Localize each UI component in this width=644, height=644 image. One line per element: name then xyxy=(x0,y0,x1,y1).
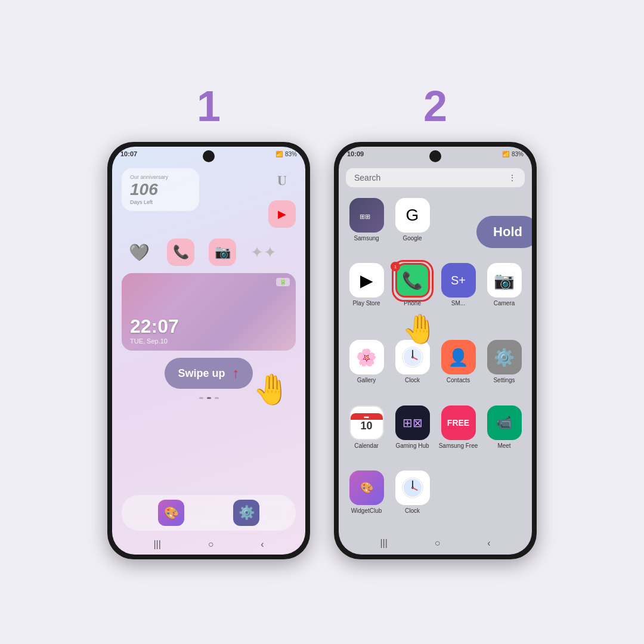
app-clock[interactable]: Clock xyxy=(389,340,435,399)
gaminghub-label: Gaming Hub xyxy=(395,442,429,449)
dock-settings[interactable]: ⚙️ xyxy=(233,500,259,526)
dock-widgetclub[interactable]: 🎨 xyxy=(158,500,184,526)
meet-label: Meet xyxy=(497,442,510,449)
app-playstore[interactable]: ▶ Play Store xyxy=(343,263,389,322)
wifi-icon: 📶 xyxy=(275,151,283,157)
camera-icon: 📷 xyxy=(487,263,522,298)
contacts-icon: 👤 xyxy=(441,340,476,374)
nav-home-2[interactable]: ○ xyxy=(435,538,441,549)
samsungfree-label: Samsung Free xyxy=(439,442,478,449)
nav-back-2[interactable]: ||| xyxy=(380,538,387,549)
home-row-2: 🩶 📞 📷 ✦✦ xyxy=(122,239,296,266)
calendar-icon: ▬ 10 xyxy=(349,405,384,440)
phone-label: Phone xyxy=(404,300,421,306)
settings-label: Settings xyxy=(493,377,515,383)
app-calendar[interactable]: ▬ 10 Calendar xyxy=(343,405,389,465)
clock-time: 22:07 xyxy=(130,315,179,338)
playstore-label: Play Store xyxy=(352,300,380,306)
stars-icon: ✦✦ xyxy=(250,243,277,266)
clock-widget: 22:07 TUE, Sep.10 🔋 xyxy=(122,273,296,351)
arrow-up-icon: ↑ xyxy=(233,365,240,382)
app-gallery[interactable]: 🌸 Gallery xyxy=(343,340,389,399)
playstore-icon: ▶ xyxy=(349,263,384,298)
phone-2: 10:09 📶 83% Search ⋮ xyxy=(334,142,537,559)
gallery-label: Gallery xyxy=(357,377,376,383)
icon-u: 𝐔 xyxy=(268,167,296,194)
app-settings[interactable]: ⚙️ Settings xyxy=(481,340,527,399)
anniversary-label: Our anniversary xyxy=(130,174,191,180)
hand-hold-icon: 🤚 xyxy=(402,312,438,346)
search-bar[interactable]: Search ⋮ xyxy=(346,168,525,187)
app-sm[interactable]: S+ SM... xyxy=(435,263,481,322)
app-widgetclub[interactable]: 🎨 WidgetClub xyxy=(343,470,389,530)
widgetclub-label: WidgetClub xyxy=(351,507,382,514)
widget-battery: 🔋 xyxy=(276,278,290,286)
nav-bar-1: ||| ○ ‹ xyxy=(112,534,305,555)
sm-label: SM... xyxy=(451,300,465,306)
settings-icon: ⚙️ xyxy=(487,340,522,374)
swipe-area: Swipe up ↑ 🤚 xyxy=(122,358,296,389)
swipe-up-button[interactable]: Swipe up ↑ xyxy=(165,358,252,389)
gaminghub-icon: ⊞⊠ xyxy=(395,405,430,440)
app-camera[interactable]: 📷 Camera xyxy=(481,263,527,322)
hold-bubble: Hold xyxy=(476,216,532,248)
app-gaminghub[interactable]: ⊞⊠ Gaming Hub xyxy=(389,405,435,465)
app-google[interactable]: G Google xyxy=(389,198,435,257)
nav-recent-1[interactable]: ‹ xyxy=(261,539,264,550)
icon-youtube[interactable]: ▶ xyxy=(268,200,296,228)
clock2-label: Clock xyxy=(405,507,420,514)
days-number: 106 xyxy=(130,180,191,199)
camera-app-icon[interactable]: 📷 xyxy=(209,239,236,266)
home-content: Our anniversary 106 Days Left 𝐔 ▶ 🩶 xyxy=(112,159,305,491)
app-phone[interactable]: 📞 1 Phone 🤚 xyxy=(389,263,435,322)
status-bar-1: 10:07 📶 83% xyxy=(112,147,305,159)
google-icon: G xyxy=(395,198,430,233)
hand-swipe-icon: 🤚 xyxy=(253,372,290,407)
contacts-label: Contacts xyxy=(447,377,470,383)
gallery-icon: 🌸 xyxy=(349,340,384,374)
status-time-1: 10:07 xyxy=(120,150,137,157)
anniversary-widget: Our anniversary 106 Days Left xyxy=(122,168,199,211)
phone-app-icon[interactable]: 📞 xyxy=(167,239,194,266)
hold-label: Hold xyxy=(493,224,522,239)
clock2-icon xyxy=(395,470,430,505)
wifi-icon-2: 📶 xyxy=(502,151,509,157)
search-dots-icon: ⋮ xyxy=(508,173,516,182)
battery-1: 83% xyxy=(285,151,297,157)
app-contacts[interactable]: 👤 Contacts xyxy=(435,340,481,399)
app-samsung[interactable]: ⊞⊞ Samsung xyxy=(343,198,389,257)
nav-recent-2[interactable]: ‹ xyxy=(487,538,490,549)
notch-2 xyxy=(429,150,441,162)
step-2-number: 2 xyxy=(423,85,447,128)
samsung-label: Samsung xyxy=(354,235,379,242)
step-1: 1 10:07 📶 83% xyxy=(107,85,310,559)
dot-3 xyxy=(215,397,219,399)
clock-overlay: 22:07 TUE, Sep.10 xyxy=(130,315,179,345)
status-bar-2: 10:09 📶 83% xyxy=(339,147,532,159)
swipe-up-label: Swipe up xyxy=(178,367,225,380)
google-label: Google xyxy=(402,235,422,242)
days-label: Days Left xyxy=(130,199,191,205)
samsung-icon: ⊞⊞ xyxy=(349,198,384,233)
step-2: 2 10:09 📶 83% Search xyxy=(334,85,537,559)
search-placeholder: Search xyxy=(354,173,380,182)
nav-home-1[interactable]: ○ xyxy=(208,539,214,550)
calendar-label: Calendar xyxy=(354,442,379,449)
phone-1: 10:07 📶 83% Our anniversary 106 xyxy=(107,142,310,559)
battery-2: 83% xyxy=(512,151,524,157)
status-icons-2: 📶 83% xyxy=(502,151,524,157)
phone2-screen: 10:09 📶 83% Search ⋮ xyxy=(339,147,532,555)
nav-back-1[interactable]: ||| xyxy=(153,539,160,550)
dot-2 xyxy=(207,397,211,399)
camera-label: Camera xyxy=(494,300,515,306)
app-clock2[interactable]: Clock xyxy=(389,470,435,530)
app-meet[interactable]: 📹 Meet xyxy=(481,405,527,465)
widgetclub-icon: 🎨 xyxy=(349,470,384,505)
app-grid: ⊞⊞ Samsung G Google Hold xyxy=(339,193,532,534)
svg-text:⊞⊞: ⊞⊞ xyxy=(360,213,370,220)
phone1-screen: 10:07 📶 83% Our anniversary 106 xyxy=(112,147,305,555)
clock-date: TUE, Sep.10 xyxy=(130,338,179,345)
status-icons-1: 📶 83% xyxy=(275,151,297,157)
app-samsungfree[interactable]: FREE Samsung Free xyxy=(435,405,481,465)
dock-bar: 🎨 ⚙️ xyxy=(122,495,296,531)
